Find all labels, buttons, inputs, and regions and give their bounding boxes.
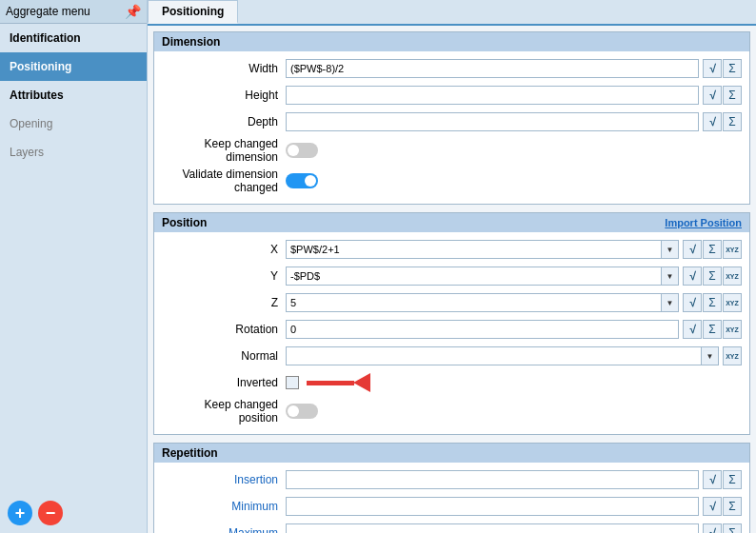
sidebar-header-title: Aggregate menu bbox=[6, 5, 90, 18]
validate-dim-toggle[interactable] bbox=[286, 173, 318, 188]
rotation-sqrt-btn[interactable]: √ bbox=[683, 320, 702, 339]
y-sqrt-btn[interactable]: √ bbox=[683, 266, 702, 286]
sidebar-item-identification[interactable]: Identification bbox=[0, 24, 147, 52]
height-input[interactable] bbox=[286, 86, 699, 105]
y-label: Y bbox=[162, 269, 286, 283]
inverted-checkbox[interactable] bbox=[286, 376, 299, 389]
maximum-icon-group: √ Σ bbox=[702, 523, 742, 533]
pin-icon[interactable]: 📌 bbox=[125, 4, 141, 19]
main-panel: Positioning Dimension Width √ Σ bbox=[148, 0, 756, 533]
insertion-input[interactable] bbox=[286, 470, 699, 489]
y-xyz-btn[interactable]: XYZ bbox=[723, 266, 742, 286]
z-row: Z ▼ √ Σ XYZ bbox=[162, 291, 742, 314]
validate-dim-row: Validate dimension changed bbox=[162, 168, 742, 194]
inverted-arrow-indicator bbox=[307, 373, 370, 392]
width-label: Width bbox=[162, 62, 286, 75]
height-label: Height bbox=[162, 89, 286, 102]
import-position-link[interactable]: Import Position bbox=[665, 217, 742, 228]
maximum-sigma-btn[interactable]: Σ bbox=[723, 523, 742, 533]
x-icon-group: √ Σ XYZ bbox=[682, 240, 742, 259]
rotation-input[interactable] bbox=[286, 320, 679, 339]
position-section: Position Import Position X ▼ √ Σ XYZ bbox=[153, 212, 750, 435]
x-sqrt-btn[interactable]: √ bbox=[683, 240, 702, 259]
x-input-group: ▼ bbox=[286, 240, 679, 259]
tab-bar: Positioning bbox=[148, 0, 756, 26]
keep-changed-dim-toggle[interactable] bbox=[286, 143, 318, 158]
depth-input[interactable] bbox=[286, 112, 699, 131]
z-input[interactable] bbox=[286, 293, 662, 312]
rotation-sigma-btn[interactable]: Σ bbox=[703, 320, 722, 339]
rotation-xyz-btn[interactable]: XYZ bbox=[723, 320, 742, 339]
width-input[interactable] bbox=[286, 59, 699, 78]
z-label: Z bbox=[162, 296, 286, 309]
keep-changed-pos-toggle[interactable] bbox=[286, 404, 318, 419]
maximum-label: Maximum bbox=[162, 526, 286, 533]
x-sigma-btn[interactable]: Σ bbox=[703, 240, 722, 259]
minimum-sigma-btn[interactable]: Σ bbox=[723, 497, 742, 516]
z-sqrt-btn[interactable]: √ bbox=[683, 293, 702, 312]
x-label: X bbox=[162, 243, 286, 256]
insertion-label: Insertion bbox=[162, 473, 286, 486]
normal-input[interactable] bbox=[286, 346, 702, 365]
y-input[interactable] bbox=[286, 266, 662, 286]
depth-sqrt-btn[interactable]: √ bbox=[703, 112, 722, 131]
sidebar-item-opening[interactable]: Opening bbox=[0, 109, 147, 138]
tab-positioning[interactable]: Positioning bbox=[148, 0, 238, 24]
arrow-shaft bbox=[307, 381, 354, 385]
x-dropdown-arrow[interactable]: ▼ bbox=[662, 240, 679, 259]
inverted-label: Inverted bbox=[162, 376, 286, 389]
height-row: Height √ Σ bbox=[162, 84, 742, 107]
z-sigma-btn[interactable]: Σ bbox=[703, 293, 722, 312]
minimum-row: Minimum √ Σ bbox=[162, 495, 742, 518]
sidebar-header: Aggregate menu 📌 bbox=[0, 0, 147, 24]
sidebar: Aggregate menu 📌 Identification Position… bbox=[0, 0, 148, 533]
keep-changed-dim-row: Keep changed dimension bbox=[162, 137, 742, 164]
dimension-section: Dimension Width √ Σ Height √ bbox=[153, 31, 750, 205]
depth-row: Depth √ Σ bbox=[162, 110, 742, 133]
position-section-body: X ▼ √ Σ XYZ Y ▼ bbox=[154, 232, 749, 434]
sidebar-item-positioning[interactable]: Positioning bbox=[0, 52, 147, 81]
insertion-sqrt-btn[interactable]: √ bbox=[703, 470, 722, 489]
add-button[interactable]: + bbox=[8, 501, 32, 525]
repetition-section: Repetition Insertion √ Σ Minimum bbox=[153, 443, 750, 533]
minimum-label: Minimum bbox=[162, 500, 286, 513]
minimum-icon-group: √ Σ bbox=[702, 497, 742, 516]
y-dropdown-arrow[interactable]: ▼ bbox=[662, 266, 679, 286]
z-icon-group: √ Σ XYZ bbox=[682, 293, 742, 312]
maximum-sqrt-btn[interactable]: √ bbox=[703, 523, 722, 533]
width-sigma-btn[interactable]: Σ bbox=[723, 59, 742, 78]
rotation-icon-group: √ Σ XYZ bbox=[682, 320, 742, 339]
insertion-icon-group: √ Σ bbox=[702, 470, 742, 489]
maximum-input[interactable] bbox=[286, 523, 699, 533]
x-input[interactable] bbox=[286, 240, 662, 259]
minimum-input[interactable] bbox=[286, 497, 699, 516]
validate-dim-label: Validate dimension changed bbox=[162, 168, 286, 194]
rotation-row: Rotation √ Σ XYZ bbox=[162, 318, 742, 341]
arrow-head bbox=[353, 373, 370, 392]
sidebar-item-attributes[interactable]: Attributes bbox=[0, 81, 147, 109]
z-xyz-btn[interactable]: XYZ bbox=[723, 293, 742, 312]
repetition-section-header: Repetition bbox=[154, 444, 749, 463]
insertion-sigma-btn[interactable]: Σ bbox=[723, 470, 742, 489]
normal-label: Normal bbox=[162, 349, 286, 363]
insertion-row: Insertion √ Σ bbox=[162, 468, 742, 491]
y-sigma-btn[interactable]: Σ bbox=[703, 266, 722, 286]
normal-dropdown-arrow[interactable]: ▼ bbox=[702, 346, 719, 365]
height-sigma-btn[interactable]: Σ bbox=[723, 86, 742, 105]
minimum-sqrt-btn[interactable]: √ bbox=[703, 497, 722, 516]
remove-button[interactable]: − bbox=[38, 501, 63, 525]
z-input-group: ▼ bbox=[286, 293, 679, 312]
keep-changed-dim-label: Keep changed dimension bbox=[162, 137, 286, 164]
depth-label: Depth bbox=[162, 115, 286, 128]
inverted-row: Inverted bbox=[162, 371, 742, 394]
dimension-section-body: Width √ Σ Height √ Σ bbox=[154, 51, 749, 204]
normal-xyz-btn[interactable]: XYZ bbox=[723, 346, 742, 365]
depth-sigma-btn[interactable]: Σ bbox=[723, 112, 742, 131]
height-sqrt-btn[interactable]: √ bbox=[703, 86, 722, 105]
x-xyz-btn[interactable]: XYZ bbox=[723, 240, 742, 259]
keep-changed-pos-label: Keep changed position bbox=[162, 398, 286, 424]
z-dropdown-arrow[interactable]: ▼ bbox=[662, 293, 679, 312]
width-sqrt-btn[interactable]: √ bbox=[703, 59, 722, 78]
sidebar-item-layers[interactable]: Layers bbox=[0, 138, 147, 167]
position-section-header: Position Import Position bbox=[154, 213, 749, 232]
